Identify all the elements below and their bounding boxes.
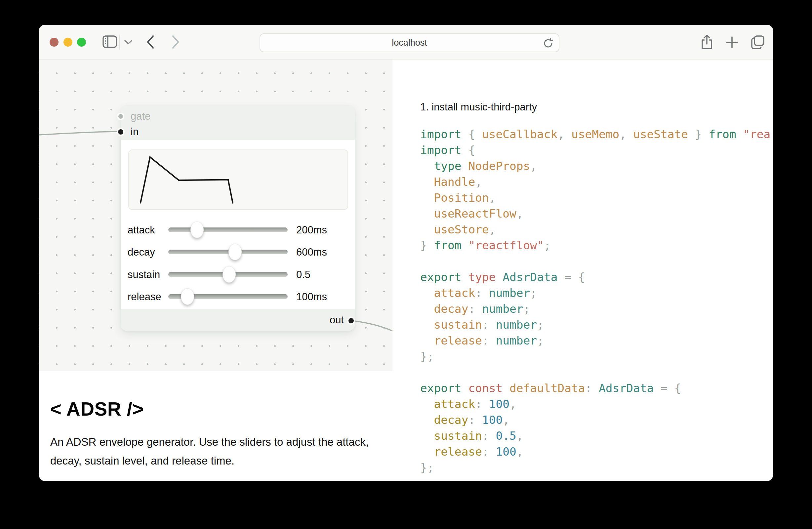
minimize-window-button[interactable]: [63, 38, 72, 47]
tab-overview-icon[interactable]: [751, 35, 765, 51]
page-title: < ADSR />: [50, 398, 388, 420]
attack-value: 200ms: [296, 224, 349, 236]
attack-slider[interactable]: [168, 227, 288, 232]
share-icon[interactable]: [700, 35, 713, 51]
adsr-node-footer: out: [121, 309, 355, 331]
attack-label: attack: [128, 224, 155, 236]
doc-section: < ADSR /> An ADSR envelope generator. Us…: [50, 398, 388, 470]
decay-slider-row: decay 600ms: [121, 244, 355, 259]
new-tab-icon[interactable]: [725, 36, 739, 50]
envelope-graph: [128, 149, 348, 210]
code-panel: 1. install music-third-party import { us…: [420, 88, 770, 481]
code-block: import { useCallback, useMemo, useState …: [420, 126, 770, 481]
sustain-slider-row: sustain 0.5: [121, 267, 355, 282]
adsr-node-header[interactable]: gate in: [121, 106, 355, 140]
adsr-node[interactable]: gate in attack 200ms decay 600ms susta: [121, 106, 355, 331]
sustain-value: 0.5: [296, 269, 349, 281]
forward-icon[interactable]: [171, 35, 180, 51]
close-window-button[interactable]: [49, 38, 59, 47]
sustain-slider[interactable]: [168, 272, 288, 277]
decay-slider-thumb[interactable]: [229, 244, 242, 260]
address-bar[interactable]: localhost: [260, 33, 560, 52]
out-port-label: out: [330, 314, 344, 326]
envelope-curve: [131, 152, 346, 207]
address-bar-url: localhost: [392, 38, 427, 48]
decay-slider[interactable]: [168, 249, 288, 254]
browser-window: localhost: [39, 25, 773, 481]
gate-input-port[interactable]: [118, 114, 123, 119]
back-icon[interactable]: [146, 35, 155, 51]
sustain-slider-thumb[interactable]: [222, 266, 236, 283]
release-slider[interactable]: [168, 294, 288, 299]
sustain-label: sustain: [128, 269, 160, 281]
release-slider-row: release 100ms: [121, 289, 355, 304]
toolbar-divider: [119, 35, 120, 49]
in-port-label: in: [131, 126, 139, 138]
attack-slider-row: attack 200ms: [121, 222, 355, 238]
release-value: 100ms: [296, 291, 349, 303]
gate-port-label: gate: [131, 111, 150, 122]
node-editor-canvas[interactable]: gate in attack 200ms decay 600ms susta: [39, 59, 392, 371]
decay-label: decay: [128, 246, 155, 258]
release-slider-thumb[interactable]: [181, 288, 194, 305]
wire-from-out-port[interactable]: [352, 321, 392, 331]
browser-toolbar: localhost: [39, 25, 773, 59]
code-step-heading: 1. install music-third-party: [420, 100, 770, 114]
chevron-down-icon[interactable]: [124, 39, 133, 46]
wire-into-in-port[interactable]: [39, 132, 119, 135]
release-label: release: [128, 291, 161, 303]
sidebar-icon[interactable]: [102, 35, 117, 49]
out-output-port[interactable]: [348, 318, 354, 323]
reload-icon[interactable]: [542, 37, 554, 51]
attack-slider-thumb[interactable]: [190, 221, 204, 238]
page-description: An ADSR envelope generator. Use the slid…: [50, 432, 381, 470]
zoom-window-button[interactable]: [77, 38, 86, 47]
decay-value: 600ms: [296, 246, 349, 258]
in-input-port[interactable]: [118, 129, 123, 134]
